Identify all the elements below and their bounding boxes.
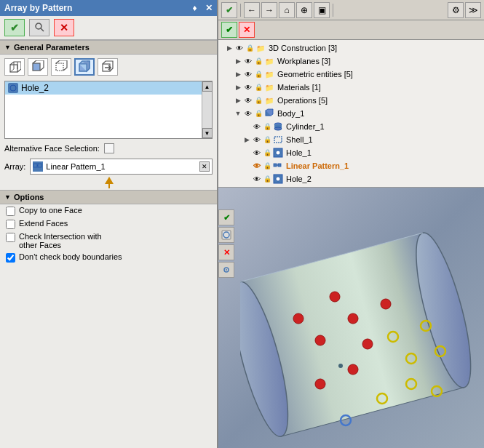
close-icon[interactable]: ✕ bbox=[205, 3, 213, 13]
tree-label: Materials [1] bbox=[277, 83, 321, 92]
vp-settings-button[interactable]: ⚙ bbox=[448, 2, 464, 18]
vp-side-cancel[interactable] bbox=[218, 227, 234, 243]
folder-icon: 📁 bbox=[263, 68, 275, 80]
svg-point-45 bbox=[381, 299, 391, 309]
preview-button[interactable] bbox=[29, 19, 49, 36]
vp-more-button[interactable]: ≫ bbox=[465, 2, 481, 18]
eye-icon[interactable]: 👁 bbox=[243, 57, 253, 65]
tree-item-shell1[interactable]: ▶ 👁 🔒 Shell_1 bbox=[218, 133, 484, 146]
vp-fit-button[interactable]: ⊕ bbox=[296, 2, 312, 18]
cancel-icon: ✕ bbox=[60, 22, 68, 33]
viewport-left-icons: ✔ ✕ bbox=[218, 209, 234, 278]
eye-icon[interactable]: 👁 bbox=[252, 123, 262, 131]
extend-faces-label: Extend Faces bbox=[19, 219, 68, 228]
tree-item-linearpattern1[interactable]: 👁 🔒 Linear Pattern_1 ⟵ bbox=[218, 159, 484, 172]
shape-icons-row bbox=[0, 55, 217, 79]
svg-line-1 bbox=[41, 28, 44, 31]
alt-face-checkbox[interactable] bbox=[104, 143, 114, 153]
eye-icon[interactable]: 👁 bbox=[252, 149, 262, 157]
tree-item-workplanes[interactable]: ▶ 👁 🔒 📁 Workplanes [3] bbox=[218, 55, 484, 68]
hole-icon bbox=[272, 173, 284, 185]
svg-point-23 bbox=[276, 151, 280, 155]
check-intersection-checkbox[interactable] bbox=[6, 233, 15, 242]
lock-icon[interactable]: 🔒 bbox=[253, 57, 263, 65]
cube-icon[interactable] bbox=[4, 58, 25, 76]
dont-check-body-checkbox[interactable] bbox=[6, 253, 15, 263]
vp-side-cross[interactable]: ✕ bbox=[218, 244, 234, 260]
array-value: Linear Pattern_1 bbox=[46, 162, 105, 171]
vp-side-gear[interactable] bbox=[218, 262, 234, 278]
lock-icon[interactable]: 🔒 bbox=[253, 84, 263, 91]
tree-label: Geometric entities [5] bbox=[277, 70, 353, 79]
vp-home-button[interactable]: ⌂ bbox=[279, 2, 295, 18]
eye-icon[interactable]: 👁 bbox=[243, 110, 253, 118]
cancel-button[interactable]: ✕ bbox=[54, 19, 74, 36]
tree-label: Workplanes [3] bbox=[277, 57, 330, 65]
lock-icon[interactable]: 🔒 bbox=[262, 149, 272, 156]
options-content: Copy to one Face Extend Faces Check Inte… bbox=[0, 204, 217, 448]
copy-face-checkbox[interactable] bbox=[6, 207, 15, 216]
tree-label: Cylinder_1 bbox=[286, 122, 325, 131]
svg-point-42 bbox=[330, 292, 340, 302]
tree-item-operations[interactable]: ▶ 👁 🔒 📁 Operations [5] bbox=[218, 94, 484, 107]
svg-point-41 bbox=[315, 335, 325, 345]
expand-icon: ▶ bbox=[233, 71, 243, 78]
svg-rect-6 bbox=[33, 63, 40, 71]
eye-icon[interactable]: 👁 bbox=[243, 71, 253, 79]
array-field[interactable]: Linear Pattern_1 ✕ bbox=[30, 159, 213, 175]
vp-sep-2 bbox=[333, 4, 333, 17]
tree-item-3dconstruction[interactable]: ▶ 👁 🔒 📁 3D Construction [3] bbox=[218, 41, 484, 55]
list-scrollbar[interactable]: ▲ ▼ bbox=[202, 81, 212, 138]
tree-item-cylinder1[interactable]: 👁 🔒 Cylinder_1 bbox=[218, 120, 484, 133]
tree-item-hole2[interactable]: 👁 🔒 Hole_2 bbox=[218, 172, 484, 185]
dont-check-body-label: Don't check body boundaries bbox=[19, 252, 122, 261]
lock-icon[interactable]: 🔒 bbox=[262, 175, 272, 183]
expand-icon: ▶ bbox=[224, 44, 234, 52]
pin-icon[interactable]: ♦ bbox=[193, 3, 197, 13]
face-select-icon[interactable] bbox=[28, 58, 48, 76]
general-params-section[interactable]: ▼ General Parameters bbox=[0, 40, 217, 55]
left-panel: Array by Pattern ♦ ✕ ✔ ✕ ▼ General Param bbox=[0, 0, 218, 448]
list-item[interactable]: Hole_2 bbox=[5, 81, 212, 95]
tree-cancel-btn[interactable]: ✕ bbox=[239, 22, 255, 38]
section-chevron: ▼ bbox=[4, 44, 11, 51]
viewport-3d[interactable]: ✔ ✕ bbox=[218, 188, 484, 448]
selection-list[interactable]: Hole_2 ▲ ▼ bbox=[4, 81, 213, 139]
lock-icon[interactable]: 🔒 bbox=[253, 97, 263, 104]
shell-icon[interactable] bbox=[51, 58, 71, 76]
tree-item-materials[interactable]: ▶ 👁 🔒 📁 Materials [1] bbox=[218, 81, 484, 94]
lock-icon[interactable]: 🔒 bbox=[262, 162, 272, 169]
vp-back-button[interactable]: ← bbox=[244, 2, 260, 18]
tree-item-hole1[interactable]: 👁 🔒 Hole_1 bbox=[218, 146, 484, 159]
eye-icon[interactable]: 👁 bbox=[243, 97, 253, 105]
lock-icon[interactable]: 🔒 bbox=[262, 136, 272, 143]
vp-forward-button[interactable]: → bbox=[261, 2, 277, 18]
tree-item-geometric[interactable]: ▶ 👁 🔒 📁 Geometric entities [5] bbox=[218, 68, 484, 81]
scroll-up-btn[interactable]: ▲ bbox=[202, 81, 213, 92]
lock-icon[interactable]: 🔒 bbox=[245, 44, 255, 52]
eye-icon[interactable]: 👁 bbox=[252, 175, 262, 183]
eye-icon[interactable]: 👁 bbox=[252, 136, 262, 144]
options-section[interactable]: ▼ Options bbox=[0, 190, 217, 204]
lock-icon[interactable]: 🔒 bbox=[262, 123, 272, 130]
eye-icon[interactable]: 👁 bbox=[252, 162, 262, 170]
body-icon bbox=[263, 108, 275, 119]
folder-icon: 📁 bbox=[263, 55, 275, 67]
eye-icon[interactable]: 👁 bbox=[234, 44, 245, 52]
tree-item-body1[interactable]: ▼ 👁 🔒 Body_1 bbox=[218, 107, 484, 120]
arrow-icon[interactable] bbox=[98, 58, 118, 76]
alt-face-row: Alternative Face Selection: bbox=[0, 140, 217, 156]
ok-button[interactable]: ✔ bbox=[4, 19, 25, 36]
folder-icon: 📁 bbox=[263, 81, 275, 93]
lock-icon[interactable]: 🔒 bbox=[253, 71, 263, 78]
scroll-down-btn[interactable]: ▼ bbox=[202, 128, 213, 138]
tree-ok-btn[interactable]: ✔ bbox=[221, 22, 237, 38]
vp-ok-button[interactable]: ✔ bbox=[221, 2, 237, 18]
extend-faces-checkbox[interactable] bbox=[6, 220, 15, 229]
vp-view-button[interactable]: ▣ bbox=[314, 2, 330, 18]
solid-icon[interactable] bbox=[74, 58, 95, 76]
eye-icon[interactable]: 👁 bbox=[243, 84, 253, 92]
vp-side-ok[interactable]: ✔ bbox=[218, 209, 234, 225]
array-clear-button[interactable]: ✕ bbox=[199, 161, 210, 172]
lock-icon[interactable]: 🔒 bbox=[253, 110, 263, 117]
